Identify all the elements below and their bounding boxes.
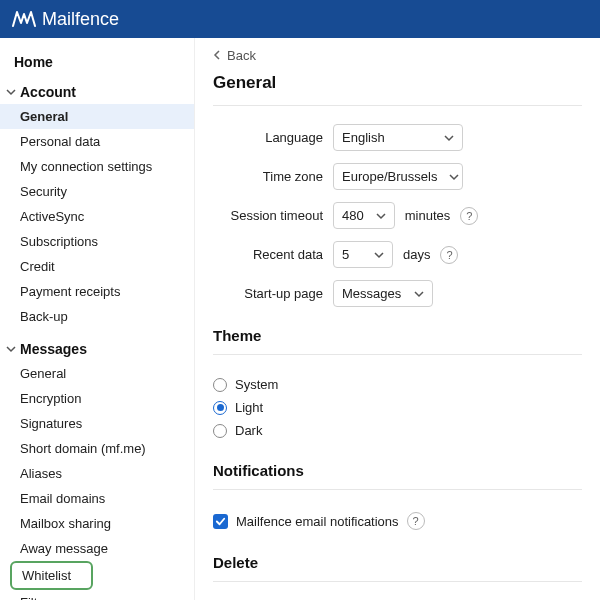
notifications-email-row[interactable]: Mailfence email notifications ? [213,508,582,534]
chevron-down-icon [376,208,386,223]
select-language[interactable]: English [333,124,463,151]
unit-days: days [403,247,430,262]
label-startup-page: Start-up page [213,286,323,301]
select-value: English [342,130,385,145]
page-title: General [213,73,582,93]
chevron-down-icon [374,247,384,262]
sidebar-item-credit[interactable]: Credit [0,254,194,279]
label-recent-data: Recent data [213,247,323,262]
sidebar-item-subscriptions[interactable]: Subscriptions [0,229,194,254]
sidebar-item-signatures[interactable]: Signatures [0,411,194,436]
row-recent-data: Recent data 5 days ? [213,241,582,268]
select-value: Europe/Brussels [342,169,437,184]
radio-icon [213,378,227,392]
help-icon[interactable]: ? [460,207,478,225]
radio-label: System [235,377,278,392]
sidebar-item-aliases[interactable]: Aliases [0,461,194,486]
sidebar-item-payment-receipts[interactable]: Payment receipts [0,279,194,304]
sidebar-group-label: Messages [20,341,87,357]
main-panel: Back General Language English Time zone … [195,38,600,600]
sidebar-item-activesync[interactable]: ActiveSync [0,204,194,229]
radio-label: Light [235,400,263,415]
chevron-left-icon [213,48,221,63]
select-recent-data[interactable]: 5 [333,241,393,268]
section-divider [213,105,582,106]
sidebar: Home Account General Personal data My co… [0,38,195,600]
row-session-timeout: Session timeout 480 minutes ? [213,202,582,229]
select-value: 480 [342,208,364,223]
radio-label: Dark [235,423,262,438]
brand-logo-icon [12,10,36,28]
theme-option-system[interactable]: System [213,373,582,396]
chevron-down-icon [449,169,459,184]
select-value: Messages [342,286,401,301]
checkbox-label: Mailfence email notifications [236,514,399,529]
label-language: Language [213,130,323,145]
radio-icon [213,401,227,415]
sidebar-item-encryption[interactable]: Encryption [0,386,194,411]
row-language: Language English [213,124,582,151]
sidebar-item-personal-data[interactable]: Personal data [0,129,194,154]
chevron-down-icon [444,130,454,145]
chevron-down-icon [414,286,424,301]
chevron-down-icon [4,85,18,99]
back-link[interactable]: Back [213,48,582,63]
sidebar-item-filters[interactable]: Filters [0,590,194,600]
sidebar-item-connection-settings[interactable]: My connection settings [0,154,194,179]
radio-icon [213,424,227,438]
help-icon[interactable]: ? [407,512,425,530]
select-timezone[interactable]: Europe/Brussels [333,163,463,190]
sidebar-item-general[interactable]: General [0,104,194,129]
sidebar-item-short-domain[interactable]: Short domain (mf.me) [0,436,194,461]
sidebar-group-messages[interactable]: Messages [0,337,194,361]
brand-name: Mailfence [42,9,119,30]
back-label: Back [227,48,256,63]
chevron-down-icon [4,342,18,356]
delete-title: Delete [213,554,582,571]
sidebar-item-security[interactable]: Security [0,179,194,204]
sidebar-item-whitelist[interactable]: Whitelist [10,561,93,590]
select-session-timeout[interactable]: 480 [333,202,395,229]
sidebar-item-msg-general[interactable]: General [0,361,194,386]
sidebar-item-backup[interactable]: Back-up [0,304,194,329]
sidebar-item-away-message[interactable]: Away message [0,536,194,561]
row-startup-page: Start-up page Messages [213,280,582,307]
top-bar: Mailfence [0,0,600,38]
theme-title: Theme [213,327,582,344]
checkbox-icon [213,514,228,529]
label-session-timeout: Session timeout [213,208,323,223]
label-timezone: Time zone [213,169,323,184]
sidebar-home[interactable]: Home [0,46,194,80]
theme-option-dark[interactable]: Dark [213,419,582,442]
row-timezone: Time zone Europe/Brussels [213,163,582,190]
section-divider [213,489,582,490]
help-icon[interactable]: ? [440,246,458,264]
unit-minutes: minutes [405,208,451,223]
brand: Mailfence [12,9,119,30]
notifications-title: Notifications [213,462,582,479]
sidebar-group-account[interactable]: Account [0,80,194,104]
select-value: 5 [342,247,349,262]
sidebar-item-email-domains[interactable]: Email domains [0,486,194,511]
section-divider [213,354,582,355]
sidebar-group-label: Account [20,84,76,100]
select-startup-page[interactable]: Messages [333,280,433,307]
sidebar-item-mailbox-sharing[interactable]: Mailbox sharing [0,511,194,536]
layout: Home Account General Personal data My co… [0,38,600,600]
section-divider [213,581,582,582]
theme-option-light[interactable]: Light [213,396,582,419]
